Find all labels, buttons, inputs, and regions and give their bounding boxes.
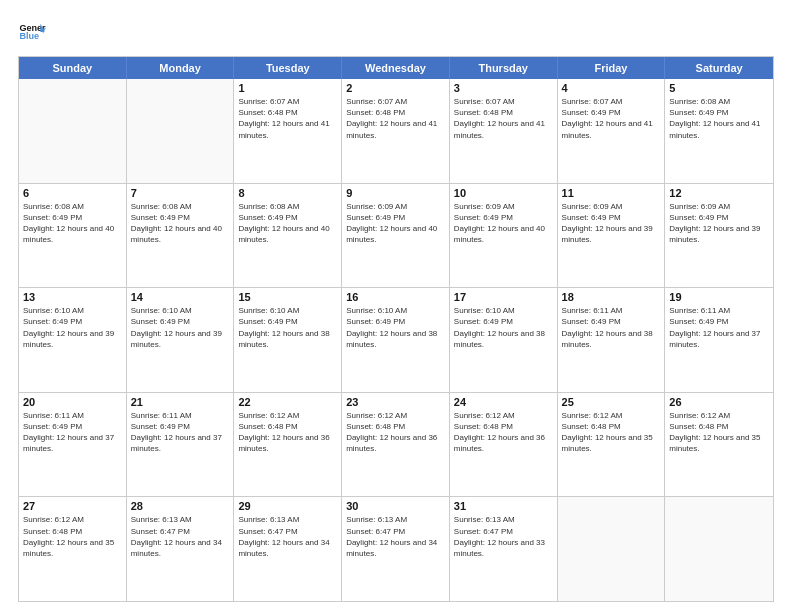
day-header-monday: Monday bbox=[127, 57, 235, 79]
day-info: Sunrise: 6:12 AM Sunset: 6:48 PM Dayligh… bbox=[23, 514, 122, 559]
day-cell: 3Sunrise: 6:07 AM Sunset: 6:48 PM Daylig… bbox=[450, 79, 558, 183]
day-number: 1 bbox=[238, 82, 337, 94]
day-info: Sunrise: 6:13 AM Sunset: 6:47 PM Dayligh… bbox=[238, 514, 337, 559]
day-number: 14 bbox=[131, 291, 230, 303]
day-info: Sunrise: 6:08 AM Sunset: 6:49 PM Dayligh… bbox=[669, 96, 769, 141]
day-info: Sunrise: 6:12 AM Sunset: 6:48 PM Dayligh… bbox=[562, 410, 661, 455]
day-cell: 29Sunrise: 6:13 AM Sunset: 6:47 PM Dayli… bbox=[234, 497, 342, 601]
day-cell bbox=[665, 497, 773, 601]
day-number: 21 bbox=[131, 396, 230, 408]
day-cell: 5Sunrise: 6:08 AM Sunset: 6:49 PM Daylig… bbox=[665, 79, 773, 183]
day-header-thursday: Thursday bbox=[450, 57, 558, 79]
day-cell: 15Sunrise: 6:10 AM Sunset: 6:49 PM Dayli… bbox=[234, 288, 342, 392]
day-info: Sunrise: 6:07 AM Sunset: 6:49 PM Dayligh… bbox=[562, 96, 661, 141]
day-header-friday: Friday bbox=[558, 57, 666, 79]
day-number: 31 bbox=[454, 500, 553, 512]
day-header-tuesday: Tuesday bbox=[234, 57, 342, 79]
day-number: 25 bbox=[562, 396, 661, 408]
day-info: Sunrise: 6:08 AM Sunset: 6:49 PM Dayligh… bbox=[23, 201, 122, 246]
day-info: Sunrise: 6:10 AM Sunset: 6:49 PM Dayligh… bbox=[131, 305, 230, 350]
day-cell: 12Sunrise: 6:09 AM Sunset: 6:49 PM Dayli… bbox=[665, 184, 773, 288]
day-info: Sunrise: 6:11 AM Sunset: 6:49 PM Dayligh… bbox=[23, 410, 122, 455]
day-info: Sunrise: 6:10 AM Sunset: 6:49 PM Dayligh… bbox=[346, 305, 445, 350]
day-info: Sunrise: 6:07 AM Sunset: 6:48 PM Dayligh… bbox=[346, 96, 445, 141]
logo: General Blue bbox=[18, 18, 46, 46]
day-number: 16 bbox=[346, 291, 445, 303]
day-cell: 26Sunrise: 6:12 AM Sunset: 6:48 PM Dayli… bbox=[665, 393, 773, 497]
day-number: 10 bbox=[454, 187, 553, 199]
day-info: Sunrise: 6:12 AM Sunset: 6:48 PM Dayligh… bbox=[669, 410, 769, 455]
day-cell: 30Sunrise: 6:13 AM Sunset: 6:47 PM Dayli… bbox=[342, 497, 450, 601]
day-cell: 14Sunrise: 6:10 AM Sunset: 6:49 PM Dayli… bbox=[127, 288, 235, 392]
day-info: Sunrise: 6:07 AM Sunset: 6:48 PM Dayligh… bbox=[454, 96, 553, 141]
week-row: 1Sunrise: 6:07 AM Sunset: 6:48 PM Daylig… bbox=[19, 79, 773, 184]
day-info: Sunrise: 6:10 AM Sunset: 6:49 PM Dayligh… bbox=[238, 305, 337, 350]
page-header: General Blue bbox=[18, 18, 774, 46]
day-number: 18 bbox=[562, 291, 661, 303]
day-number: 28 bbox=[131, 500, 230, 512]
day-info: Sunrise: 6:10 AM Sunset: 6:49 PM Dayligh… bbox=[454, 305, 553, 350]
day-cell: 11Sunrise: 6:09 AM Sunset: 6:49 PM Dayli… bbox=[558, 184, 666, 288]
day-info: Sunrise: 6:11 AM Sunset: 6:49 PM Dayligh… bbox=[131, 410, 230, 455]
day-cell: 25Sunrise: 6:12 AM Sunset: 6:48 PM Dayli… bbox=[558, 393, 666, 497]
week-row: 13Sunrise: 6:10 AM Sunset: 6:49 PM Dayli… bbox=[19, 288, 773, 393]
day-cell: 7Sunrise: 6:08 AM Sunset: 6:49 PM Daylig… bbox=[127, 184, 235, 288]
day-cell: 8Sunrise: 6:08 AM Sunset: 6:49 PM Daylig… bbox=[234, 184, 342, 288]
day-cell: 27Sunrise: 6:12 AM Sunset: 6:48 PM Dayli… bbox=[19, 497, 127, 601]
day-info: Sunrise: 6:13 AM Sunset: 6:47 PM Dayligh… bbox=[131, 514, 230, 559]
week-row: 27Sunrise: 6:12 AM Sunset: 6:48 PM Dayli… bbox=[19, 497, 773, 601]
day-number: 5 bbox=[669, 82, 769, 94]
day-number: 11 bbox=[562, 187, 661, 199]
day-number: 15 bbox=[238, 291, 337, 303]
day-info: Sunrise: 6:13 AM Sunset: 6:47 PM Dayligh… bbox=[454, 514, 553, 559]
day-number: 9 bbox=[346, 187, 445, 199]
day-info: Sunrise: 6:08 AM Sunset: 6:49 PM Dayligh… bbox=[131, 201, 230, 246]
day-number: 6 bbox=[23, 187, 122, 199]
day-cell: 19Sunrise: 6:11 AM Sunset: 6:49 PM Dayli… bbox=[665, 288, 773, 392]
day-header-sunday: Sunday bbox=[19, 57, 127, 79]
calendar-header: SundayMondayTuesdayWednesdayThursdayFrid… bbox=[19, 57, 773, 79]
day-number: 27 bbox=[23, 500, 122, 512]
day-cell: 21Sunrise: 6:11 AM Sunset: 6:49 PM Dayli… bbox=[127, 393, 235, 497]
calendar: SundayMondayTuesdayWednesdayThursdayFrid… bbox=[18, 56, 774, 602]
day-info: Sunrise: 6:07 AM Sunset: 6:48 PM Dayligh… bbox=[238, 96, 337, 141]
svg-text:Blue: Blue bbox=[19, 31, 39, 41]
day-cell: 20Sunrise: 6:11 AM Sunset: 6:49 PM Dayli… bbox=[19, 393, 127, 497]
logo-icon: General Blue bbox=[18, 18, 46, 46]
day-cell: 6Sunrise: 6:08 AM Sunset: 6:49 PM Daylig… bbox=[19, 184, 127, 288]
day-cell: 16Sunrise: 6:10 AM Sunset: 6:49 PM Dayli… bbox=[342, 288, 450, 392]
day-info: Sunrise: 6:09 AM Sunset: 6:49 PM Dayligh… bbox=[346, 201, 445, 246]
day-info: Sunrise: 6:13 AM Sunset: 6:47 PM Dayligh… bbox=[346, 514, 445, 559]
day-number: 4 bbox=[562, 82, 661, 94]
day-cell bbox=[19, 79, 127, 183]
day-number: 22 bbox=[238, 396, 337, 408]
day-cell: 10Sunrise: 6:09 AM Sunset: 6:49 PM Dayli… bbox=[450, 184, 558, 288]
day-cell: 28Sunrise: 6:13 AM Sunset: 6:47 PM Dayli… bbox=[127, 497, 235, 601]
day-number: 13 bbox=[23, 291, 122, 303]
day-number: 20 bbox=[23, 396, 122, 408]
day-number: 24 bbox=[454, 396, 553, 408]
day-info: Sunrise: 6:12 AM Sunset: 6:48 PM Dayligh… bbox=[238, 410, 337, 455]
day-number: 7 bbox=[131, 187, 230, 199]
day-cell: 31Sunrise: 6:13 AM Sunset: 6:47 PM Dayli… bbox=[450, 497, 558, 601]
day-number: 3 bbox=[454, 82, 553, 94]
day-cell: 13Sunrise: 6:10 AM Sunset: 6:49 PM Dayli… bbox=[19, 288, 127, 392]
day-cell: 9Sunrise: 6:09 AM Sunset: 6:49 PM Daylig… bbox=[342, 184, 450, 288]
week-row: 6Sunrise: 6:08 AM Sunset: 6:49 PM Daylig… bbox=[19, 184, 773, 289]
day-cell: 24Sunrise: 6:12 AM Sunset: 6:48 PM Dayli… bbox=[450, 393, 558, 497]
day-info: Sunrise: 6:10 AM Sunset: 6:49 PM Dayligh… bbox=[23, 305, 122, 350]
day-cell: 18Sunrise: 6:11 AM Sunset: 6:49 PM Dayli… bbox=[558, 288, 666, 392]
day-header-wednesday: Wednesday bbox=[342, 57, 450, 79]
day-number: 12 bbox=[669, 187, 769, 199]
day-cell: 2Sunrise: 6:07 AM Sunset: 6:48 PM Daylig… bbox=[342, 79, 450, 183]
day-number: 8 bbox=[238, 187, 337, 199]
day-info: Sunrise: 6:09 AM Sunset: 6:49 PM Dayligh… bbox=[454, 201, 553, 246]
day-info: Sunrise: 6:08 AM Sunset: 6:49 PM Dayligh… bbox=[238, 201, 337, 246]
day-number: 2 bbox=[346, 82, 445, 94]
day-number: 23 bbox=[346, 396, 445, 408]
day-info: Sunrise: 6:09 AM Sunset: 6:49 PM Dayligh… bbox=[669, 201, 769, 246]
day-header-saturday: Saturday bbox=[665, 57, 773, 79]
day-cell bbox=[127, 79, 235, 183]
day-number: 29 bbox=[238, 500, 337, 512]
week-row: 20Sunrise: 6:11 AM Sunset: 6:49 PM Dayli… bbox=[19, 393, 773, 498]
